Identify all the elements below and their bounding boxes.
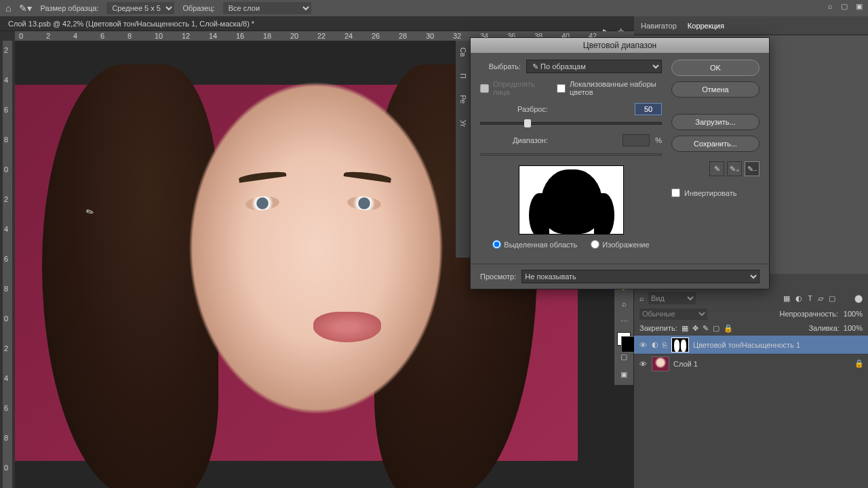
fill-value[interactable]: 100% [844,324,863,332]
radio-selection-input[interactable] [492,240,501,249]
filter-shape-icon[interactable]: ▱ [818,294,823,303]
invert-label: Инвертировать [684,189,736,197]
lock-position-icon[interactable]: ✥ [692,324,698,333]
slider-thumb[interactable] [524,119,531,127]
detect-faces-checkbox [480,84,489,93]
select-method[interactable]: ✎ По образцам [526,60,662,73]
workspace-icon[interactable]: ▣ [856,2,863,11]
layer-name[interactable]: Цветовой тон/Насыщенность 1 [693,341,800,349]
blend-mode-row: Обычные Непрозрачность: 100% [634,306,868,321]
filter-smart-icon[interactable]: ▢ [829,294,835,303]
tool-icon[interactable]: ✎▾ [19,3,32,14]
range-slider [480,153,662,156]
fuzziness-slider[interactable] [480,122,662,125]
visibility-icon[interactable]: 👁 [638,341,648,349]
range-input [623,134,650,146]
lock-paint-icon[interactable]: ✎ [703,324,709,333]
screenmode-icon[interactable]: ▣ [617,367,631,381]
radio-image[interactable]: Изображение [591,240,649,249]
filter-icons: ▦ ◐ T ▱ ▢ ⬤ [783,294,863,303]
fuzziness-label: Разброс: [480,105,548,113]
filter-adjust-icon[interactable]: ◐ [795,294,802,303]
filter-toggle-icon[interactable]: ⬤ [854,294,863,303]
load-button[interactable]: Загрузить... [671,114,760,130]
selection-preview[interactable] [519,165,624,235]
arrange-icon[interactable]: ▢ [841,2,848,11]
window-controls: ⌕ ▢ ▣ [828,2,863,11]
panel-tabs: Навигатор Коррекция [634,16,868,35]
eyedropper-icon[interactable]: ✎ [709,161,724,176]
image-face [137,71,462,464]
radio-image-input[interactable] [591,240,599,249]
color-range-dialog: Цветовой диапазон Выбрать: ✎ По образцам… [470,37,770,289]
opacity-value[interactable]: 100% [844,310,863,318]
lock-label: Закрепить: [639,324,677,332]
options-bar: ⌂ ✎▾ Размер образца: Среднее 5 x 5 Образ… [0,0,868,16]
radio-selection[interactable]: Выделенная область [492,240,577,249]
tab-navigator[interactable]: Навигатор [641,22,677,30]
lock-pixels-icon[interactable]: ▦ [682,324,688,333]
panel-tab[interactable]: Уг [459,120,467,127]
layer-row-hue-sat[interactable]: 👁 ◐ ⎘ Цветовой тон/Насыщенность 1 [634,335,868,354]
preview-select[interactable]: Не показывать [521,270,760,283]
filter-icon[interactable]: ⌕ [639,294,644,302]
layer-mask-thumb[interactable] [671,338,689,352]
image-lips [313,312,381,342]
range-unit: % [655,136,662,144]
layers-panel: Слои Каналы ⌕ Вид ▦ ◐ T ▱ ▢ ⬤ Обычные Не… [634,274,868,488]
invert-checkbox[interactable] [671,188,680,197]
filter-type-icon[interactable]: T [808,294,812,303]
lock-row: Закрепить: ▦ ✥ ✎ ▢ 🔒 Заливка: 100% [634,321,868,335]
panel-tab[interactable]: Ре [459,95,467,104]
sample-size-select[interactable]: Среднее 5 x 5 [106,2,174,14]
panel-tab[interactable]: П [459,73,467,79]
filter-pixel-icon[interactable]: ▦ [783,294,790,303]
sample-label: Образец: [182,4,214,12]
home-icon[interactable]: ⌂ [5,3,11,14]
sample-size-label: Размер образца: [40,4,98,12]
preview-label: Просмотр: [480,272,516,281]
more-icon[interactable]: ⋯ [617,314,631,328]
select-label: Выбрать: [480,62,521,70]
eyedropper-subtract-icon[interactable]: ✎₋ [745,161,760,176]
color-swatch[interactable] [617,332,631,346]
lock-icon[interactable]: 🔒 [854,359,864,368]
localized-checkbox[interactable] [557,84,566,93]
layer-filter-bar: ⌕ Вид ▦ ◐ T ▱ ▢ ⬤ [634,290,868,306]
fill-label: Заливка: [808,324,839,332]
layer-row-background[interactable]: 👁 Слой 1 🔒 [634,354,868,373]
filter-kind-select[interactable]: Вид [648,292,696,304]
cancel-button[interactable]: Отмена [671,81,760,98]
visibility-icon[interactable]: 👁 [638,360,648,368]
lock-all-icon[interactable]: 🔒 [724,324,733,333]
adjustment-icon: ◐ [652,340,658,349]
detect-faces-label: Определять лица [493,80,543,96]
layer-thumb[interactable] [652,357,669,371]
dialog-title: Цветовой диапазон [471,38,769,53]
zoom-icon[interactable]: ⌕ [617,297,631,310]
panel-tab[interactable]: Св [459,47,467,57]
ruler-vertical: 246802468024680 [3,41,12,488]
ok-button[interactable]: OK [671,60,760,76]
opacity-label: Непрозрачность: [779,310,837,318]
layer-name[interactable]: Слой 1 [673,360,698,368]
eyedropper-add-icon[interactable]: ✎₊ [727,161,742,176]
link-icon: ⎘ [663,341,667,349]
collapsed-panels: Св П Ре Уг [456,41,471,258]
lock-artboard-icon[interactable]: ▢ [713,324,719,333]
localized-label: Локализованные наборы цветов [570,80,662,96]
blend-mode-select[interactable]: Обычные [639,308,707,320]
tab-adjustments[interactable]: Коррекция [688,22,724,30]
range-label: Диапазон: [480,136,548,144]
fuzziness-input[interactable] [635,103,662,115]
save-button[interactable]: Сохранить... [671,136,760,152]
search-icon[interactable]: ⌕ [828,2,833,11]
sample-select[interactable]: Все слои [223,2,311,14]
